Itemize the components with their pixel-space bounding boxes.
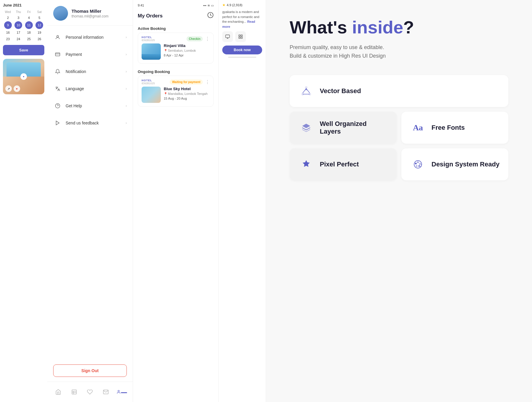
star-icon: ★	[222, 3, 226, 7]
active-booking-label: Active Booking	[133, 24, 218, 33]
save-button[interactable]: Save	[3, 45, 44, 55]
menu-item-send-feedback[interactable]: Send us feedback ›	[47, 114, 133, 132]
nav-mail-icon[interactable]	[100, 387, 111, 397]
svg-rect-17	[241, 37, 242, 38]
menu-item-get-help[interactable]: Get Help ›	[47, 97, 133, 114]
chevron-right-icon-3: ›	[126, 69, 127, 74]
cal-day-26[interactable]: 26	[35, 36, 45, 42]
profile-menu-panel: Thomas Miller thomas.mil@gmail.com Perso…	[47, 0, 133, 402]
feature-card-layers: Well Organized Layers	[290, 112, 397, 144]
cal-day-16[interactable]: 16	[3, 30, 13, 35]
ongoing-hotel-label: HOTEL	[142, 79, 155, 82]
svg-rect-16	[241, 35, 242, 36]
svg-point-26	[415, 163, 417, 164]
card-icon	[53, 50, 62, 59]
cal-label-fri: Fri	[24, 10, 34, 14]
bell-icon	[53, 67, 62, 76]
cal-day-3[interactable]: 3	[14, 15, 24, 21]
active-hotel-id: ID92B1025	[142, 39, 155, 42]
cal-day-11[interactable]: 11	[25, 21, 33, 29]
calendar-month: June 2021	[3, 3, 44, 7]
wifi-icon: ≋	[207, 4, 210, 7]
cal-day-12[interactable]: 12	[35, 21, 43, 29]
ongoing-booking-image	[142, 87, 161, 103]
nav-list-icon[interactable]	[69, 387, 80, 397]
calendar-grid: Wed Thu Fri Sat 2 3 4 5 9 10 11 12 16 17…	[3, 10, 44, 42]
ongoing-hotel-meta: HOTEL ID92B1025	[142, 79, 155, 85]
ongoing-booking-name: Blue Sky Hotel	[164, 87, 210, 91]
cal-day-18[interactable]: 18	[24, 30, 34, 35]
cal-day-19[interactable]: 19	[35, 30, 45, 35]
cal-day-25[interactable]: 25	[24, 36, 34, 42]
location-pin-icon: 📍	[164, 49, 167, 52]
sub-line-2: Build & customize in High Res UI Design	[290, 52, 508, 60]
svg-rect-6	[72, 390, 76, 394]
chevron-right-icon: ›	[126, 35, 127, 39]
chevron-right-icon-6: ›	[126, 121, 127, 125]
profile-email: thomas.mil@gmail.com	[72, 14, 108, 18]
status-icons: ▪▪▪ ≋ ▭	[203, 4, 214, 7]
feedback-icon	[53, 119, 62, 127]
person-icon	[53, 33, 62, 42]
battery-icon: ▭	[211, 4, 214, 7]
cal-day-17[interactable]: 17	[14, 30, 24, 35]
svg-point-0	[57, 35, 59, 37]
svg-point-30	[416, 165, 418, 167]
ongoing-hotel-id: ID92B1025	[142, 82, 155, 85]
heading-colored: inside	[352, 17, 403, 37]
ongoing-booking-menu-icon[interactable]: ⋮	[205, 79, 210, 85]
chevron-right-icon-2: ›	[126, 52, 127, 56]
main-subtitle: Premium quality, easy to use & editable.…	[290, 43, 508, 60]
feature-label-design-system: Design System Ready	[432, 161, 499, 168]
bottom-navigation	[47, 382, 133, 402]
active-booking-header: HOTEL ID92B1025 Checkin ⋮	[138, 33, 213, 43]
active-booking-info: Rinjani Villa 📍 Sembalun, Lombok 8 Apr -…	[164, 43, 210, 57]
hotel-description-panel: ★ 4.9 (2,918) gyakarta is a modern and p…	[219, 0, 266, 402]
menu-item-language[interactable]: Language ›	[47, 80, 133, 97]
menu-item-payment[interactable]: Payment ›	[47, 46, 133, 63]
svg-rect-15	[239, 35, 240, 36]
cal-day-4[interactable]: 4	[24, 15, 34, 21]
heading-part1: What's	[290, 17, 352, 37]
nav-heart-icon[interactable]	[85, 387, 95, 397]
cal-day-10[interactable]: 10	[14, 21, 22, 29]
active-booking-menu-icon[interactable]: ⋮	[205, 36, 210, 42]
svg-marker-5	[56, 121, 59, 125]
menu-label-get-help: Get Help	[66, 103, 126, 108]
nav-home-icon[interactable]	[53, 387, 64, 397]
active-hotel-label: HOTEL	[142, 36, 155, 39]
hotel-heart-icon[interactable]: ♥	[14, 85, 20, 92]
active-booking-image	[142, 43, 161, 60]
active-booking-name: Rinjani Villa	[164, 43, 210, 48]
active-booking-dates: 8 Apr - 12 Apr	[164, 54, 210, 57]
svg-rect-1	[56, 53, 60, 56]
orders-clock-icon[interactable]	[207, 12, 214, 20]
cal-day-24[interactable]: 24	[14, 36, 24, 42]
hotel-link-icon[interactable]: ↗	[5, 85, 12, 92]
hotel-action-grid-icon[interactable]	[235, 31, 246, 42]
cal-day-9[interactable]: 9	[4, 21, 12, 29]
active-hotel-meta: HOTEL ID92B1025	[142, 36, 155, 42]
status-bar: 9:41 ▪▪▪ ≋ ▭	[133, 0, 218, 9]
cal-day-23[interactable]: 23	[3, 36, 13, 42]
sign-out-button[interactable]: Sign Out	[53, 364, 127, 377]
book-now-button[interactable]: Book now	[222, 46, 262, 54]
rating-row: ★ 4.9 (2,918)	[222, 3, 262, 7]
cal-day-2[interactable]: 2	[3, 15, 13, 21]
hotel-action-tv-icon[interactable]	[222, 31, 233, 42]
profile-info: Thomas Miller thomas.mil@gmail.com	[72, 9, 108, 18]
action-icons-row	[222, 31, 262, 42]
menu-item-personal-info[interactable]: Personal information ›	[47, 29, 133, 46]
feature-label-layers: Well Organized Layers	[320, 120, 388, 135]
ongoing-booking-card: HOTEL ID92B1025 Waiting for payment ⋮ Bl…	[138, 76, 214, 107]
svg-point-10	[118, 390, 119, 392]
font-aa-text: Aa	[413, 123, 423, 132]
heading-part2: ?	[403, 17, 414, 37]
orders-title: My Orders	[138, 13, 163, 19]
svg-point-31	[419, 164, 421, 166]
nav-profile-icon[interactable]	[116, 387, 127, 397]
menu-item-notification[interactable]: Notification ›	[47, 63, 133, 80]
status-time: 9:41	[138, 4, 144, 7]
cal-day-5[interactable]: 5	[35, 15, 45, 21]
help-icon	[53, 101, 62, 110]
